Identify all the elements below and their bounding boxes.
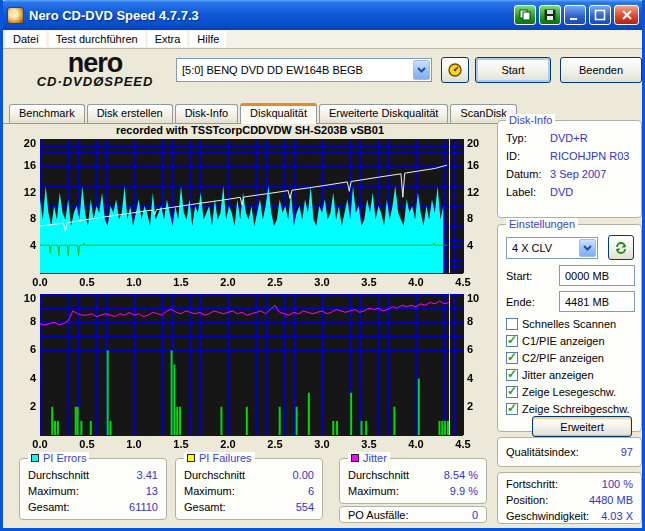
pi-errors-caption: PI Errors bbox=[43, 452, 86, 464]
menu-datei[interactable]: Datei bbox=[6, 31, 46, 47]
po-failures-panel: PO Ausfälle:0 bbox=[339, 506, 487, 523]
minimize-icon bbox=[569, 9, 581, 21]
stat-row: Maximum:9.9 % bbox=[340, 483, 486, 499]
minimize-button[interactable] bbox=[564, 5, 586, 25]
jitter-legend-swatch bbox=[351, 454, 359, 462]
checkbox-zeige-schreibgeschw[interactable]: Zeige Schreibgeschw. bbox=[506, 402, 630, 416]
app-icon bbox=[7, 7, 24, 24]
pi-failures-jitter-chart bbox=[11, 292, 489, 450]
quality-index-panel: Qualitätsindex:97 bbox=[497, 437, 642, 467]
pi-failures-caption: PI Failures bbox=[199, 452, 252, 464]
speed-icon bbox=[447, 62, 463, 78]
checkbox-jitter-anzeigen[interactable]: Jitter anzeigen bbox=[506, 368, 594, 382]
progress-row: Fortschritt:100 % bbox=[498, 476, 641, 492]
checkbox-c2-pif-anzeigen[interactable]: C2/PIF anzeigen bbox=[506, 351, 604, 365]
maximize-button[interactable] bbox=[589, 5, 611, 25]
advanced-button-label: Erweitert bbox=[560, 421, 603, 433]
app-window: Nero CD-DVD Speed 4.7.7.3 Datei Test dur… bbox=[0, 0, 645, 531]
checkbox-icon[interactable] bbox=[506, 335, 518, 347]
drive-select-value: [5:0] BENQ DVD DD EW164B BEGB bbox=[177, 64, 412, 76]
disk-info-row: Typ:DVD+R bbox=[498, 129, 641, 147]
tab-diskqualitaet[interactable]: Diskqualität bbox=[240, 103, 317, 124]
nero-logo: nero CD·DVDØSPEED bbox=[15, 50, 175, 88]
quit-button-label: Beenden bbox=[579, 64, 623, 76]
chevron-down-icon[interactable] bbox=[413, 60, 430, 80]
refresh-icon bbox=[614, 241, 628, 255]
close-icon bbox=[621, 9, 633, 21]
menu-test-durchfuehren[interactable]: Test durchführen bbox=[49, 31, 145, 47]
start-button[interactable]: Start bbox=[475, 57, 551, 83]
jitter-panel: Jitter Durchschnitt8.54 % Maximum:9.9 % bbox=[339, 458, 487, 504]
stat-row: Gesamt:554 bbox=[176, 499, 322, 515]
tab-benchmark[interactable]: Benchmark bbox=[9, 104, 85, 123]
disk-info-row: ID:RICOHJPN R03 bbox=[498, 147, 641, 165]
pi-errors-legend-swatch bbox=[31, 454, 39, 462]
settings-panel: Einstellungen 4 X CLV Start: 0000 MB End… bbox=[497, 224, 642, 432]
progress-panel: Fortschritt:100 % Position:4480 MB Gesch… bbox=[497, 472, 642, 524]
end-field[interactable]: 4481 MB bbox=[559, 291, 635, 312]
checkbox-icon[interactable] bbox=[506, 318, 518, 330]
disk-info-row: Label:DVD bbox=[498, 183, 641, 201]
maximize-icon bbox=[594, 9, 606, 21]
quit-button[interactable]: Beenden bbox=[560, 57, 642, 83]
disk-info-panel: Disk-Info Typ:DVD+R ID:RICOHJPN R03 Datu… bbox=[497, 120, 642, 218]
cddvdspeed-logo-text: CD·DVDØSPEED bbox=[15, 76, 175, 88]
pi-failures-legend-swatch bbox=[187, 454, 195, 462]
po-failures-row: PO Ausfälle:0 bbox=[340, 507, 486, 523]
checkbox-icon[interactable] bbox=[506, 403, 518, 415]
checkbox-zeige-lesegeschw[interactable]: Zeige Lesegeschw. bbox=[506, 385, 616, 399]
nero-logo-text: nero bbox=[15, 50, 175, 76]
pi-failures-panel: PI Failures Durchschnitt0.00 Maximum:6 G… bbox=[175, 458, 323, 520]
drive-select[interactable]: [5:0] BENQ DVD DD EW164B BEGB bbox=[176, 58, 432, 82]
speed-row: Geschwindigkeit:4.03 X bbox=[498, 508, 641, 524]
end-field-label: Ende: bbox=[506, 296, 535, 308]
tab-disk-info[interactable]: Disk-Info bbox=[175, 104, 238, 123]
checkbox-icon[interactable] bbox=[506, 352, 518, 364]
chart-recorded-with-label: recorded with TSSTcorpCDDVDW SH-S203B vS… bbox=[11, 124, 489, 136]
speed-select-button[interactable] bbox=[441, 57, 469, 83]
menu-extra[interactable]: Extra bbox=[148, 31, 188, 47]
title-bar: Nero CD-DVD Speed 4.7.7.3 bbox=[0, 0, 645, 30]
stat-row: Durchschnitt3.41 bbox=[20, 467, 166, 483]
quality-index-value: 97 bbox=[621, 445, 633, 459]
stat-row: Maximum:13 bbox=[20, 483, 166, 499]
menu-bar: Datei Test durchführen Extra Hilfe bbox=[3, 30, 642, 49]
disk-info-caption: Disk-Info bbox=[506, 114, 555, 126]
pi-errors-panel: PI Errors Durchschnitt3.41 Maximum:13 Ge… bbox=[19, 458, 167, 520]
checkbox-schnelles-scannen[interactable]: Schnelles Scannen bbox=[506, 317, 616, 331]
stat-row: Durchschnitt8.54 % bbox=[340, 467, 486, 483]
refresh-button[interactable] bbox=[608, 235, 634, 260]
header: nero CD·DVDØSPEED [5:0] BENQ DVD DD EW16… bbox=[3, 50, 642, 103]
save-button[interactable] bbox=[539, 5, 561, 25]
position-row: Position:4480 MB bbox=[498, 492, 641, 508]
scan-speed-value: 4 X CLV bbox=[507, 242, 578, 254]
copy-icon bbox=[519, 9, 531, 21]
stat-row: Maximum:6 bbox=[176, 483, 322, 499]
stat-row: Gesamt:61110 bbox=[20, 499, 166, 515]
advanced-button[interactable]: Erweitert bbox=[532, 416, 632, 437]
quality-index-label: Qualitätsindex: bbox=[506, 445, 579, 459]
save-icon bbox=[544, 9, 556, 21]
chevron-down-icon[interactable] bbox=[579, 239, 596, 257]
jitter-caption: Jitter bbox=[363, 452, 387, 464]
copy-button[interactable] bbox=[514, 5, 536, 25]
pi-errors-chart bbox=[11, 137, 489, 288]
window-title: Nero CD-DVD Speed 4.7.7.3 bbox=[29, 8, 511, 23]
settings-caption: Einstellungen bbox=[506, 218, 578, 230]
checkbox-icon[interactable] bbox=[506, 369, 518, 381]
checkbox-icon[interactable] bbox=[506, 386, 518, 398]
menu-hilfe[interactable]: Hilfe bbox=[190, 31, 226, 47]
close-button[interactable] bbox=[614, 5, 639, 25]
scan-speed-select[interactable]: 4 X CLV bbox=[506, 237, 598, 259]
stat-row: Durchschnitt0.00 bbox=[176, 467, 322, 483]
disk-info-row: Datum:3 Sep 2007 bbox=[498, 165, 641, 183]
tab-disk-erstellen[interactable]: Disk erstellen bbox=[87, 104, 173, 123]
start-button-label: Start bbox=[501, 64, 524, 76]
tab-erweiterte-diskqualitaet[interactable]: Erweiterte Diskqualität bbox=[319, 104, 448, 123]
start-field-label: Start: bbox=[506, 270, 532, 282]
checkbox-c1-pie-anzeigen[interactable]: C1/PIE anzeigen bbox=[506, 334, 605, 348]
start-field[interactable]: 0000 MB bbox=[559, 265, 635, 286]
